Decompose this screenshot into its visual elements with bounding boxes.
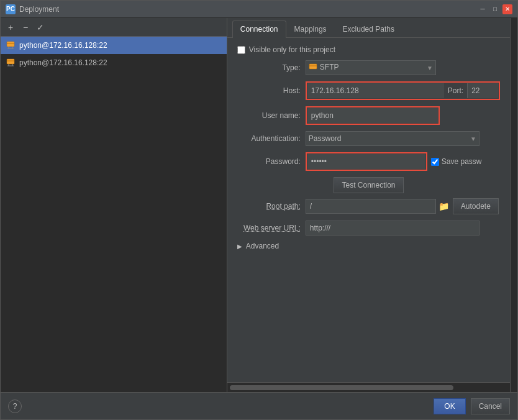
sidebar-item-label-0: python@172.16.16.128:22: [19, 41, 107, 50]
web-url-row: Web server URL:: [237, 221, 500, 235]
maximize-button[interactable]: □: [490, 4, 500, 14]
server-icon-1: [6, 58, 16, 68]
auth-select[interactable]: Password ▼: [306, 131, 479, 146]
vertical-scrollbar[interactable]: [510, 18, 517, 392]
sidebar-item-1[interactable]: python@172.16.16.128:22: [1, 54, 227, 71]
save-password-row: Save passw: [431, 157, 482, 166]
folder-icon[interactable]: 📁: [438, 201, 449, 211]
sidebar-item-label-1: python@172.16.16.128:22: [19, 58, 107, 67]
username-row: User name:: [237, 106, 500, 125]
host-label: Host:: [237, 86, 306, 95]
root-path-label: Root path:: [237, 202, 306, 211]
confirm-button[interactable]: ✓: [34, 21, 47, 34]
deployment-window: PC Deployment ─ □ ✕ + − ✓: [0, 0, 518, 420]
autodetect-button[interactable]: Autodete: [453, 198, 499, 214]
port-label: Port:: [448, 86, 463, 95]
port-input[interactable]: [467, 83, 498, 98]
host-input[interactable]: [307, 83, 444, 98]
web-url-label: Web server URL:: [237, 224, 306, 232]
server-icon-0: [6, 40, 16, 50]
close-button[interactable]: ✕: [502, 4, 512, 14]
type-select-arrow: ▼: [427, 65, 433, 71]
svg-rect-1: [7, 43, 14, 44]
username-label: User name:: [237, 111, 306, 120]
ok-button[interactable]: OK: [434, 398, 465, 414]
password-label: Password:: [237, 157, 306, 166]
window-controls: ─ □ ✕: [478, 4, 512, 14]
bottom-bar: ? OK Cancel: [1, 392, 517, 419]
window-title: Deployment: [19, 5, 478, 14]
type-value: SFTP: [309, 63, 339, 73]
form-area: Visible only for this project Type:: [227, 38, 510, 382]
save-password-checkbox[interactable]: [431, 158, 439, 166]
tab-mappings[interactable]: Mappings: [286, 21, 335, 37]
remove-button[interactable]: −: [19, 21, 32, 34]
visible-only-checkbox[interactable]: [237, 46, 245, 54]
sidebar-toolbar: + − ✓: [1, 18, 227, 37]
password-input[interactable]: [307, 154, 425, 169]
visible-only-label: Visible only for this project: [249, 45, 335, 54]
auth-value: Password: [309, 134, 342, 143]
add-button[interactable]: +: [4, 21, 17, 34]
tabs: Connection Mappings Excluded Paths: [227, 18, 510, 38]
minimize-button[interactable]: ─: [478, 4, 488, 14]
test-connection-row: Test Connection: [237, 177, 500, 193]
save-password-label: Save passw: [442, 157, 482, 166]
type-select[interactable]: SFTP ▼: [306, 60, 436, 75]
app-icon: PC: [6, 4, 16, 14]
advanced-row[interactable]: ▶ Advanced: [237, 242, 500, 250]
root-path-input[interactable]: [306, 199, 436, 214]
username-input[interactable]: [307, 108, 438, 123]
auth-label: Authentication:: [237, 134, 306, 143]
type-row: Type: SFTP ▼: [237, 60, 500, 75]
host-row: Host: Port:: [237, 81, 500, 100]
tab-excluded-paths[interactable]: Excluded Paths: [335, 21, 402, 37]
test-connection-button[interactable]: Test Connection: [334, 177, 403, 193]
auth-row: Authentication: Password ▼: [237, 131, 500, 146]
web-url-input[interactable]: [306, 221, 479, 235]
scrollbar-track: [230, 385, 453, 390]
sidebar: + − ✓ python@172.16.16.128:22: [1, 18, 227, 392]
svg-rect-6: [7, 60, 14, 62]
content-area: + − ✓ python@172.16.16.128:22: [1, 18, 517, 392]
tab-connection[interactable]: Connection: [232, 21, 286, 38]
auth-select-arrow: ▼: [470, 135, 476, 142]
cancel-button[interactable]: Cancel: [471, 398, 510, 414]
sidebar-item-0[interactable]: python@172.16.16.128:22: [1, 37, 227, 54]
advanced-label: Advanced: [246, 242, 279, 250]
title-bar: PC Deployment ─ □ ✕: [1, 1, 517, 18]
help-button[interactable]: ?: [8, 399, 22, 413]
svg-rect-11: [309, 65, 317, 66]
root-path-row: Root path: 📁 Autodete: [237, 198, 500, 214]
password-row: Password: Save passw: [237, 152, 500, 171]
advanced-arrow-icon: ▶: [237, 243, 242, 250]
type-label: Type:: [237, 63, 306, 72]
horizontal-scrollbar[interactable]: [227, 382, 510, 392]
footer-buttons: OK Cancel: [434, 398, 510, 414]
visible-only-row: Visible only for this project: [237, 45, 500, 54]
main-panel: Connection Mappings Excluded Paths Visib…: [227, 18, 510, 392]
